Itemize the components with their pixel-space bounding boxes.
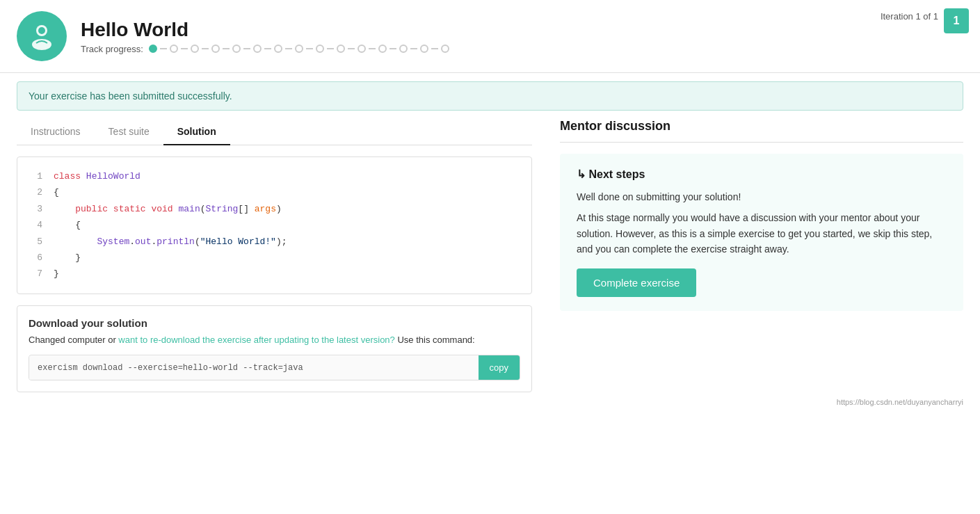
success-message: Your exercise has been submitted success… <box>29 90 232 102</box>
progress-dot-11 <box>378 45 387 53</box>
progress-dot-2 <box>191 45 199 53</box>
line-num-6: 6 <box>29 250 42 266</box>
next-steps-box: ↳ Next steps Well done on submitting you… <box>560 154 963 311</box>
code-line-6: 6 } <box>29 250 520 266</box>
mentor-discussion-title: Mentor discussion <box>560 119 963 143</box>
code-line-7: 7 } <box>29 266 520 282</box>
next-steps-header: ↳ Next steps <box>577 168 947 181</box>
command-row: copy <box>29 355 520 380</box>
dot-connector <box>160 48 167 49</box>
code-line-4: 4 { <box>29 217 520 233</box>
code-line-5: 5 System.out.println("Hello World!"); <box>29 234 520 250</box>
command-input[interactable] <box>29 356 479 380</box>
line-num-3: 3 <box>29 201 42 217</box>
line-num-5: 5 <box>29 234 42 250</box>
header-title-area: Hello World Track progress: <box>81 19 449 54</box>
tab-instructions[interactable]: Instructions <box>17 119 95 145</box>
progress-dot-7 <box>295 45 303 53</box>
download-description: Changed computer or want to re-download … <box>29 333 520 347</box>
copy-button[interactable]: copy <box>479 355 520 380</box>
tabs: Instructions Test suite Solution <box>17 119 532 145</box>
progress-dot-12 <box>399 45 408 53</box>
footer-url: https://blog.csdn.net/duyanyancharryi <box>837 398 963 406</box>
track-progress-label: Track progress: <box>81 44 143 54</box>
track-progress: Track progress: <box>81 44 449 54</box>
progress-dot-5 <box>253 45 262 53</box>
well-done-text: Well done on submitting your solution! <box>577 189 947 204</box>
tab-solution[interactable]: Solution <box>163 119 230 145</box>
line-num-1: 1 <box>29 168 42 184</box>
code-line-2: 2 { <box>29 184 520 200</box>
progress-dot-3 <box>211 45 220 53</box>
complete-exercise-button[interactable]: Complete exercise <box>577 268 696 297</box>
progress-dot-14 <box>441 45 449 53</box>
tab-test-suite[interactable]: Test suite <box>95 119 163 145</box>
code-line-1: 1 class HelloWorld <box>29 168 520 184</box>
iteration-number: 1 <box>944 8 969 33</box>
footer-link: https://blog.csdn.net/duyanyancharryi <box>0 392 980 412</box>
progress-dot-13 <box>420 45 428 53</box>
progress-dot-8 <box>316 45 324 53</box>
code-line-3: 3 public static void main(String[] args) <box>29 201 520 217</box>
description-text: At this stage normally you would have a … <box>577 210 947 257</box>
page-header: Hello World Track progress: <box>0 0 980 73</box>
left-panel: Instructions Test suite Solution 1 class… <box>17 119 532 392</box>
progress-dot-0 <box>149 45 157 53</box>
next-steps-body: Well done on submitting your solution! A… <box>577 189 947 257</box>
track-logo <box>17 11 67 61</box>
progress-dot-10 <box>358 45 366 53</box>
progress-dots <box>149 45 449 53</box>
re-download-link[interactable]: want to re-download the exercise after u… <box>118 335 394 345</box>
iteration-label: Iteration 1 of 1 <box>881 11 938 22</box>
line-num-2: 2 <box>29 184 42 200</box>
main-content: Instructions Test suite Solution 1 class… <box>0 119 980 392</box>
download-section: Download your solution Changed computer … <box>17 305 532 393</box>
next-steps-title: ↳ Next steps <box>577 168 645 181</box>
svg-point-2 <box>38 27 45 34</box>
progress-dot-1 <box>170 45 178 53</box>
progress-dot-6 <box>274 45 282 53</box>
right-panel: Mentor discussion ↳ Next steps Well done… <box>560 119 963 392</box>
line-num-7: 7 <box>29 266 42 282</box>
code-editor: 1 class HelloWorld 2 { 3 public static v… <box>17 156 532 294</box>
progress-dot-9 <box>337 45 345 53</box>
page-title: Hello World <box>81 19 449 41</box>
success-banner: Your exercise has been submitted success… <box>17 81 963 111</box>
line-num-4: 4 <box>29 217 42 233</box>
progress-dot-4 <box>232 45 241 53</box>
download-title: Download your solution <box>29 317 520 329</box>
